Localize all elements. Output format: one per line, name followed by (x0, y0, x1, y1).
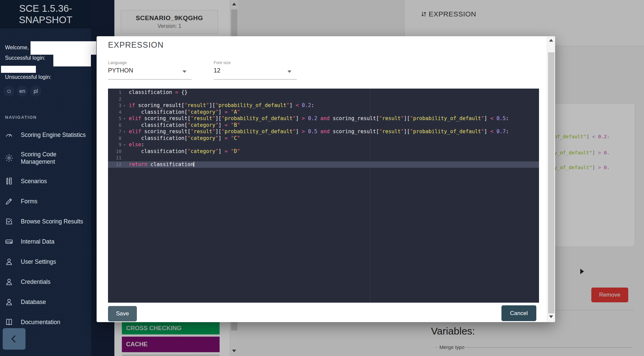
sidebar-item-label: Scenarios (21, 177, 47, 185)
fold-spacer (123, 161, 129, 168)
fold-spacer (123, 135, 129, 142)
sidebar-item-forms[interactable]: Forms (5, 191, 91, 211)
expression-dialog: EXPRESSION Language PYTHON Font size 12 … (97, 36, 555, 322)
sidebar-item-label: Scoring Code Management (21, 151, 91, 165)
sidebar-item-scoring-code-management[interactable]: Scoring Code Management (5, 145, 91, 171)
nav-menu: Scoring Engine StatisticsScoring Code Ma… (5, 125, 91, 332)
redaction-box (1, 66, 36, 73)
code-line-10[interactable]: 10 classification["category"] = "D" (108, 148, 539, 155)
language-underline (108, 79, 192, 80)
dialog-title: EXPRESSION (108, 40, 164, 50)
code-line-6[interactable]: 6 classification["category"] = "B" (108, 122, 539, 129)
user-icon (5, 257, 13, 266)
chevron-down-icon[interactable] (287, 70, 291, 73)
code-lines: 1classification = {}23▾if scoring_result… (108, 89, 539, 168)
code-editor[interactable]: 1classification = {}23▾if scoring_result… (108, 89, 539, 303)
fold-spacer (123, 155, 129, 161)
fold-arrow-icon[interactable]: ▾ (123, 129, 129, 135)
fold-arrow-icon[interactable]: ▾ (123, 102, 129, 109)
ruler-pencil-icon (5, 177, 13, 186)
code-line-12[interactable]: 12return classification (108, 161, 539, 168)
scrollbar-down-icon[interactable] (549, 315, 553, 318)
fold-spacer (123, 96, 129, 103)
text-cursor (194, 162, 194, 167)
sidebar-header: SCE 1.5.36-SNAPSHOT (0, 0, 91, 29)
sidebar-item-label: Database (21, 298, 46, 306)
fold-arrow-icon[interactable]: ▾ (123, 115, 129, 122)
gauge-icon (5, 131, 13, 139)
chevron-left-icon (8, 333, 20, 345)
book-icon (5, 318, 13, 326)
sidebar-item-label: Internal Data (21, 238, 54, 245)
scrollbar-up-icon[interactable] (549, 39, 553, 42)
code-line-9[interactable]: 9▾else: (108, 142, 539, 148)
sidebar-item-internal-data[interactable]: Internal Data (5, 232, 91, 252)
power-icon (6, 89, 12, 94)
line-number: 9 (108, 142, 123, 148)
cancel-button[interactable]: Cancel (501, 305, 536, 321)
logout-button[interactable] (3, 86, 14, 97)
language-en-button[interactable]: en (17, 86, 28, 97)
chevron-down-icon[interactable] (182, 70, 186, 73)
successful-login-label: Successful login: (5, 55, 45, 61)
line-number: 3 (108, 102, 123, 109)
sidebar-item-label: User Settings (21, 258, 56, 265)
line-number: 4 (108, 109, 123, 116)
save-button[interactable]: Save (108, 306, 137, 321)
scrollbar-thumb[interactable] (548, 52, 554, 313)
language-pl-button[interactable]: pl (30, 86, 41, 97)
line-number: 1 (108, 89, 123, 96)
nav-section-header: NAVIGATION (5, 115, 37, 120)
welcome-label: Welcome, (5, 45, 29, 51)
language-label: Language (108, 60, 127, 65)
language-select[interactable]: PYTHON (108, 67, 133, 74)
code-line-11[interactable]: 11 (108, 155, 539, 161)
line-number: 11 (108, 155, 123, 161)
sidebar-item-user-settings[interactable]: User Settings (5, 252, 91, 272)
code-line-7[interactable]: 7▾elif scoring_result["result"]["probabi… (108, 129, 539, 135)
line-number: 5 (108, 115, 123, 122)
sidebar-item-scenarios[interactable]: Scenarios (5, 171, 91, 191)
page: SCENARIO_9KQGHG Version: 1 CROSS CHECKIN… (0, 0, 644, 356)
sidebar-item-database[interactable]: Database (5, 292, 91, 312)
code-line-1[interactable]: 1classification = {} (108, 89, 539, 96)
line-number: 2 (108, 96, 123, 103)
line-number: 8 (108, 135, 123, 142)
sidebar-item-credentials[interactable]: Credentials (5, 272, 91, 292)
code-text: classification["category"] = "B" (129, 122, 240, 129)
code-line-5[interactable]: 5▾elif scoring_result["result"]["probabi… (108, 115, 539, 122)
pencil-icon (5, 197, 13, 206)
fold-spacer (123, 148, 129, 155)
code-text: if scoring_result["result"]["probability… (129, 102, 314, 109)
sidebar-item-label: Credentials (21, 278, 51, 286)
drive-icon (5, 237, 13, 246)
fold-spacer (123, 122, 129, 129)
code-line-2[interactable]: 2 (108, 96, 539, 103)
code-line-3[interactable]: 3▾if scoring_result["result"]["probabili… (108, 102, 539, 109)
line-number: 12 (108, 161, 123, 168)
code-line-8[interactable]: 8 classification["category"] = "C" (108, 135, 539, 142)
redaction-box (53, 55, 91, 66)
sidebar-item-label: Documentation (21, 318, 60, 326)
code-text: elif scoring_result["result"]["probabili… (129, 129, 509, 135)
line-number: 10 (108, 148, 123, 155)
user-actions: en pl (3, 86, 41, 97)
font-size-select[interactable]: 12 (214, 67, 220, 74)
app-title: SCE 1.5.36-SNAPSHOT (0, 3, 91, 26)
code-line-4[interactable]: 4 classification["category"] = "A" (108, 109, 539, 116)
sidebar-collapse-button[interactable] (3, 328, 25, 350)
sidebar-item-browse-scoring-results[interactable]: Browse Scoring Results (5, 211, 91, 232)
sidebar-item-scoring-engine-statistics[interactable]: Scoring Engine Statistics (5, 125, 91, 145)
line-number: 7 (108, 129, 123, 135)
dialog-scrollbar[interactable] (547, 36, 555, 322)
gear-icon (5, 154, 13, 162)
user-icon (5, 277, 13, 286)
font-size-underline (214, 79, 297, 80)
redaction-box (31, 41, 96, 55)
fold-arrow-icon[interactable]: ▾ (123, 142, 129, 148)
checkbox-icon (5, 217, 13, 226)
sidebar-item-label: Browse Scoring Results (21, 218, 83, 225)
code-text: elif scoring_result["result"]["probabili… (129, 115, 509, 122)
unsuccessful-login-label: Unsuccessful login: (5, 74, 51, 80)
code-text: classification["category"] = "A" (129, 109, 240, 116)
